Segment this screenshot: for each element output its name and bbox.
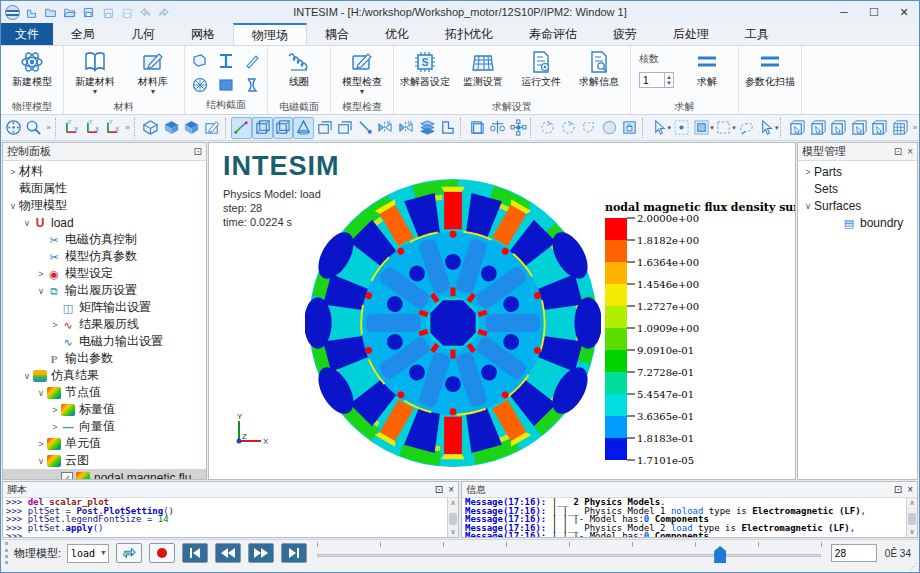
ribbon-button-运行文件[interactable]: 运行文件 [512,47,570,99]
open-folder-icon[interactable] [42,5,58,20]
core-count-input[interactable] [639,72,665,88]
pick-body-icon[interactable] [849,117,870,139]
dash-rot1-icon[interactable] [537,117,558,139]
cone-icon[interactable] [293,117,314,139]
dash-circle-icon[interactable] [599,117,620,139]
ribbon-button-监测设置[interactable]: 监测设置 [454,47,512,99]
tab-后处理[interactable]: 后处理 [655,23,727,45]
maximize-button[interactable]: ☐ [859,2,889,22]
window-icon[interactable] [467,117,488,139]
ribbon-button-求解器设定[interactable]: S求解器设定 [396,47,454,99]
tab-寿命评估[interactable]: 寿命评估 [511,23,595,45]
undo-icon[interactable] [137,5,153,20]
wirebox-icon[interactable] [252,117,273,139]
save-icon[interactable] [80,5,96,20]
loop-button[interactable] [116,543,142,563]
message-scrollbar[interactable]: ∧∨ [906,498,917,537]
tree-item-单元值[interactable]: >单元值 [3,435,206,452]
minimize-button[interactable]: ─ [829,2,859,22]
point-select-icon[interactable] [671,117,692,139]
close-panel-icon[interactable]: × [907,146,913,157]
float-panel-icon[interactable]: ⊡ [894,484,902,495]
tab-工具[interactable]: 工具 [727,23,787,45]
record-button[interactable] [149,543,175,563]
tab-耦合[interactable]: 耦合 [307,23,367,45]
edit-view-icon[interactable] [202,117,223,139]
dash-rot2-icon[interactable] [558,117,579,139]
box3d-icon[interactable] [273,117,294,139]
ribbon-button-新建材料[interactable]: 新建材料▼ [66,47,124,99]
tab-全局[interactable]: 全局 [53,23,113,45]
tab-几何[interactable]: 几何 [113,23,173,45]
pick-mesh-icon[interactable] [890,117,911,139]
graphics-viewport[interactable]: INTESIM Physics Model: load step: 28 tim… [208,142,796,480]
checkbox-checked[interactable]: ✓ [61,472,73,480]
tree-item-仿真结果[interactable]: ∨仿真结果 [3,367,206,384]
save-all-icon[interactable] [118,5,134,20]
dash-poly-icon[interactable] [578,117,599,139]
section-icon[interactable] [334,117,355,139]
ibeam-icon[interactable] [215,51,237,71]
collapse-arrow-icon[interactable]: ∨ [21,371,33,381]
expand-arrow-icon[interactable]: > [35,439,47,449]
ribbon-button-求解[interactable]: 求解 [678,47,736,99]
close-button[interactable]: ✕ [889,2,919,22]
collapse-arrow-icon[interactable]: ∨ [21,218,33,228]
tab-网格[interactable]: 网格 [173,23,233,45]
tree-item-节点值[interactable]: ∨节点值 [3,384,206,401]
pick-edge-icon[interactable] [808,117,829,139]
model-item-Surfaces[interactable]: ∨Surfaces [798,197,917,214]
expand-arrow-icon[interactable]: > [49,422,61,432]
tree-item-模型仿真参数[interactable]: ✂模型仿真参数 [3,248,206,265]
frame-number-input[interactable] [831,544,877,562]
toolbar-overflow-icon[interactable]: » [911,123,919,132]
select-cursor-icon[interactable] [649,117,670,139]
script-scrollbar[interactable]: ∧∨ [447,498,458,537]
new-doc-icon[interactable] [23,5,39,20]
ribbon-button-新建模型[interactable]: 新建模型 [3,47,61,99]
iso-view-icon[interactable] [140,117,161,139]
toolbar-overflow-icon[interactable]: » [44,123,52,132]
tree-item-电磁力输出设置[interactable]: ∿电磁力输出设置 [3,333,206,350]
script-console[interactable]: >>> del scalar_plot>>> pltSet = Post.Plo… [3,498,447,537]
pan-icon[interactable] [3,117,24,139]
slider-thumb[interactable] [714,546,726,563]
spinner-arrows[interactable]: ▲▼ [665,72,674,88]
balance-icon[interactable] [487,117,508,139]
collapse-arrow-icon[interactable]: ∨ [35,286,47,296]
ribbon-button-参数化扫描[interactable]: 参数化扫描 [741,47,799,99]
save-as-icon[interactable] [99,5,115,20]
view-yx-icon[interactable]: YX [61,117,82,139]
zoom-icon[interactable] [24,117,45,139]
tree-item-云图[interactable]: ∨云图 [3,452,206,469]
resize-grip-icon[interactable]: ⋰ [909,562,917,571]
tree-item-矩阵输出设置[interactable]: ◫矩阵输出设置 [3,299,206,316]
clip-icon[interactable] [314,117,335,139]
redo-icon[interactable] [156,5,172,20]
tab-file[interactable]: 文件 [1,23,53,45]
float-panel-icon[interactable]: ⊡ [435,484,443,495]
tree-item-输出履历设置[interactable]: ∨⧉输出履历设置 [3,282,206,299]
model-item-Parts[interactable]: >Parts [798,163,917,180]
expand-arrow-icon[interactable]: > [35,269,47,279]
node-icon[interactable] [508,117,529,139]
mirror-right-icon[interactable]: M [396,117,417,139]
close-panel-icon[interactable]: × [448,484,454,495]
expand-arrow-icon[interactable]: > [49,320,61,330]
tab-疲劳[interactable]: 疲劳 [595,23,655,45]
collapse-arrow-icon[interactable]: ∨ [35,456,47,466]
float-panel-icon[interactable]: ⊡ [894,146,902,157]
beam-icon[interactable] [189,51,211,71]
tab-物理场[interactable]: 物理场 [233,23,307,45]
probe-icon[interactable] [355,117,376,139]
cursor2-icon[interactable] [756,117,777,139]
tab-优化[interactable]: 优化 [367,23,427,45]
tree-item-结果履历线[interactable]: >∿结果履历线 [3,316,206,333]
gridsec-icon[interactable] [189,75,211,95]
toolbar-grip[interactable] [5,542,10,564]
tree-item-材料[interactable]: >材料 [3,163,206,180]
ribbon-button-线圈[interactable]: 线圈 [270,47,328,99]
ribbon-button-模型检查[interactable]: 模型检查▼ [333,47,391,99]
rectsec-icon[interactable] [215,75,237,95]
mirror-left-icon[interactable]: M [376,117,397,139]
